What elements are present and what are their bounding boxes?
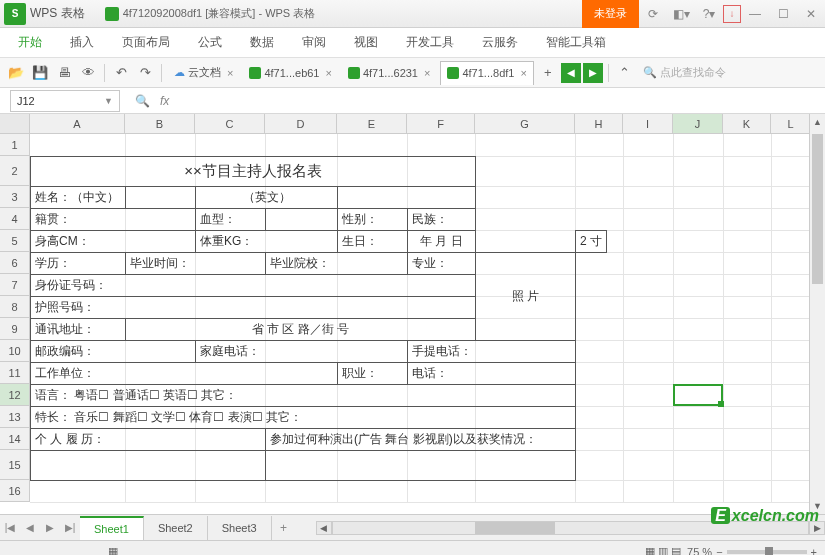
tab-cloud[interactable]: 云服务 xyxy=(468,28,532,58)
tab-tools[interactable]: 智能工具箱 xyxy=(532,28,620,58)
doctab-2[interactable]: 4f71...6231× xyxy=(342,61,437,85)
name-box[interactable]: J12▼ xyxy=(10,90,120,112)
print-icon[interactable]: 🖶 xyxy=(53,62,75,84)
fx-search-icon[interactable]: 🔍 xyxy=(130,90,154,112)
row-4[interactable]: 4 xyxy=(0,208,30,230)
label-exp: 参加过何种演出(广告 舞台 影视剧)以及获奖情况： xyxy=(266,428,576,450)
cells-area[interactable]: ××节目主持人报名表 姓名：（中文）（英文） 籍贯：血型：性别：民族： 身高CM… xyxy=(30,134,825,502)
nav-right-icon[interactable]: ▶ xyxy=(583,63,603,83)
view-break-icon[interactable]: ▤ xyxy=(671,545,681,555)
row-1[interactable]: 1 xyxy=(0,134,30,156)
row-11[interactable]: 11 xyxy=(0,362,30,384)
view-icon[interactable]: ▦ xyxy=(108,545,118,555)
close-icon[interactable]: × xyxy=(227,67,233,79)
open-icon[interactable]: 📂 xyxy=(5,62,27,84)
close-icon[interactable]: × xyxy=(424,67,430,79)
tab-formula[interactable]: 公式 xyxy=(184,28,236,58)
zoom-slider[interactable] xyxy=(727,550,807,554)
row-13[interactable]: 13 xyxy=(0,406,30,428)
col-I[interactable]: I xyxy=(623,114,673,133)
col-G[interactable]: G xyxy=(475,114,575,133)
vscroll-thumb[interactable] xyxy=(812,134,823,284)
tab-review[interactable]: 审阅 xyxy=(288,28,340,58)
sheet-prev-icon[interactable]: ◀ xyxy=(21,519,39,537)
sheet-tab-2[interactable]: Sheet2 xyxy=(144,516,208,540)
add-tab-icon[interactable]: + xyxy=(537,62,559,84)
row-12[interactable]: 12 xyxy=(0,384,30,406)
close-icon[interactable]: × xyxy=(326,67,332,79)
skin-icon[interactable]: ◧▾ xyxy=(667,0,695,28)
col-E[interactable]: E xyxy=(337,114,407,133)
collapse-icon[interactable]: ⌃ xyxy=(614,62,636,84)
row-8[interactable]: 8 xyxy=(0,296,30,318)
name-box-value: J12 xyxy=(17,95,35,107)
scroll-left-icon[interactable]: ◀ xyxy=(316,521,332,535)
view-normal-icon[interactable]: ▦ xyxy=(645,545,655,555)
zoom-out-icon[interactable]: − xyxy=(716,546,722,556)
row-9[interactable]: 9 xyxy=(0,318,30,340)
nav-left-icon[interactable]: ◀ xyxy=(561,63,581,83)
preview-icon[interactable]: 👁 xyxy=(77,62,99,84)
row-15[interactable]: 15 xyxy=(0,450,30,480)
vertical-scrollbar[interactable]: ▲ ▼ xyxy=(809,114,825,514)
zoom-in-icon[interactable]: + xyxy=(811,546,817,556)
doc-icon xyxy=(105,7,119,21)
command-search[interactable]: 🔍 点此查找命令 xyxy=(637,65,821,80)
col-D[interactable]: D xyxy=(265,114,337,133)
label-work: 工作单位： xyxy=(31,362,338,384)
tab-start[interactable]: 开始 xyxy=(4,28,56,58)
minimize-button[interactable]: — xyxy=(741,0,769,28)
col-H[interactable]: H xyxy=(575,114,623,133)
row-16[interactable]: 16 xyxy=(0,480,30,502)
sheet-next-icon[interactable]: ▶ xyxy=(41,519,59,537)
row-10[interactable]: 10 xyxy=(0,340,30,362)
sync-icon[interactable]: ⟳ xyxy=(639,0,667,28)
undo-icon[interactable]: ↶ xyxy=(110,62,132,84)
row-5[interactable]: 5 xyxy=(0,230,30,252)
doctab-1[interactable]: 4f71...eb61× xyxy=(243,61,338,85)
tab-dev[interactable]: 开发工具 xyxy=(392,28,468,58)
col-C[interactable]: C xyxy=(195,114,265,133)
doctab-cloud[interactable]: ☁云文档× xyxy=(168,61,239,85)
col-L[interactable]: L xyxy=(771,114,811,133)
spreadsheet-grid[interactable]: A B C D E F G H I J K L 1 2 3 4 5 6 7 8 … xyxy=(0,114,825,514)
help-icon[interactable]: ?▾ xyxy=(695,0,723,28)
select-all-corner[interactable] xyxy=(0,114,30,133)
zoom-control[interactable]: 75 % − + xyxy=(687,546,817,556)
view-page-icon[interactable]: ▥ xyxy=(658,545,668,555)
close-icon[interactable]: × xyxy=(520,67,526,79)
row-7[interactable]: 7 xyxy=(0,274,30,296)
tab-view[interactable]: 视图 xyxy=(340,28,392,58)
row-14[interactable]: 14 xyxy=(0,428,30,450)
redo-icon[interactable]: ↷ xyxy=(134,62,156,84)
login-button[interactable]: 未登录 xyxy=(582,0,639,28)
sheet-tab-3[interactable]: Sheet3 xyxy=(208,516,272,540)
label-gradtime: 毕业时间： xyxy=(126,252,266,274)
tab-layout[interactable]: 页面布局 xyxy=(108,28,184,58)
scroll-up-icon[interactable]: ▲ xyxy=(810,114,825,130)
tab-insert[interactable]: 插入 xyxy=(56,28,108,58)
sheet-last-icon[interactable]: ▶| xyxy=(61,519,79,537)
feedback-icon[interactable]: ↓ xyxy=(723,5,741,23)
col-B[interactable]: B xyxy=(125,114,195,133)
fx-label[interactable]: fx xyxy=(160,94,169,108)
close-button[interactable]: ✕ xyxy=(797,0,825,28)
maximize-button[interactable]: ☐ xyxy=(769,0,797,28)
sheet-tab-1[interactable]: Sheet1 xyxy=(80,516,144,540)
label-addr-detail: 省 市 区 路／街 号 xyxy=(126,318,476,340)
col-F[interactable]: F xyxy=(407,114,475,133)
doctab-3-label: 4f71...8df1 xyxy=(462,67,514,79)
doctab-3[interactable]: 4f71...8df1× xyxy=(440,61,533,85)
hscroll-thumb[interactable] xyxy=(475,522,555,534)
tab-data[interactable]: 数据 xyxy=(236,28,288,58)
row-2[interactable]: 2 xyxy=(0,156,30,186)
col-J[interactable]: J xyxy=(673,114,723,133)
col-A[interactable]: A xyxy=(30,114,125,133)
chevron-down-icon[interactable]: ▼ xyxy=(104,96,113,106)
save-icon[interactable]: 💾 xyxy=(29,62,51,84)
sheet-first-icon[interactable]: |◀ xyxy=(1,519,19,537)
row-3[interactable]: 3 xyxy=(0,186,30,208)
col-K[interactable]: K xyxy=(723,114,771,133)
row-6[interactable]: 6 xyxy=(0,252,30,274)
add-sheet-icon[interactable]: + xyxy=(272,521,296,535)
